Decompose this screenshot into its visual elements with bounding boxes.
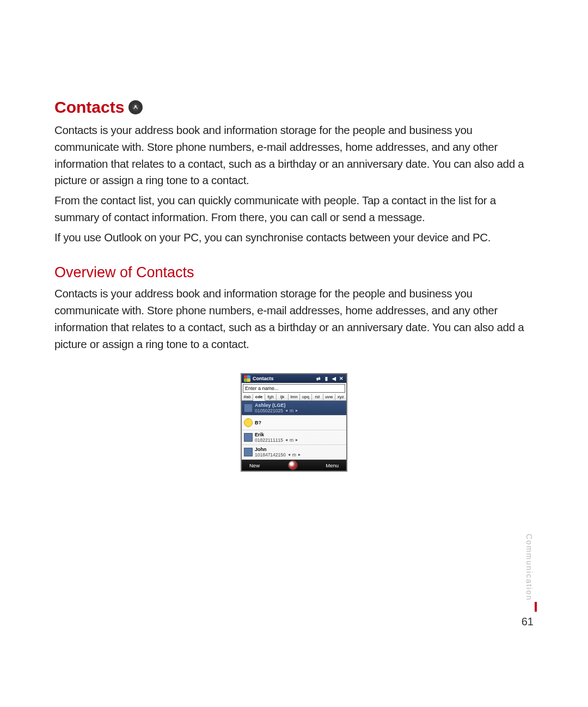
- subsection-title: Overview of Contacts: [54, 264, 534, 281]
- close-icon[interactable]: ✕: [339, 376, 344, 381]
- alpha-tab[interactable]: rst: [312, 394, 323, 400]
- alpha-tab[interactable]: ijk: [277, 394, 288, 400]
- window-titlebar: Contacts ⇄ ▮ ◀ ✕: [242, 374, 346, 383]
- alpha-tab[interactable]: xyz: [335, 394, 346, 400]
- alpha-tab[interactable]: cde: [253, 394, 265, 401]
- window-title: Contacts: [253, 376, 274, 381]
- softkey-bar: New Menu: [242, 460, 346, 471]
- contact-list: Ashley (LGE)01050221025 ◂ m ▸B?Erik01822…: [242, 401, 346, 460]
- contact-card-icon: [244, 433, 253, 442]
- section-title-text: Contacts: [54, 98, 124, 117]
- section-title: Contacts: [54, 98, 534, 117]
- search-input[interactable]: Enter a name...: [243, 384, 345, 393]
- messenger-icon: [244, 418, 253, 427]
- contact-row[interactable]: John101847142150 ◂ m ▸: [242, 445, 346, 460]
- contact-number: 101847142150 ◂ m ▸: [255, 453, 301, 458]
- alpha-tab[interactable]: opq: [300, 394, 311, 400]
- page-number: 61: [522, 615, 534, 628]
- intro-paragraph-1: Contacts is your address book and inform…: [54, 122, 534, 189]
- softkey-center-button[interactable]: [288, 460, 298, 470]
- contact-row[interactable]: Erik01822111115 ◂ m ▸: [242, 430, 346, 445]
- intro-paragraph-3: If you use Outlook on your PC, you can s…: [54, 229, 534, 246]
- contact-card-icon: [244, 404, 253, 412]
- chapter-side-label: Communication: [525, 534, 534, 601]
- device-screenshot: Contacts ⇄ ▮ ◀ ✕ Enter a name... #abcdef…: [241, 373, 347, 472]
- contact-number: 01822111115 ◂ m ▸: [255, 438, 298, 443]
- contact-row[interactable]: Ashley (LGE)01050221025 ◂ m ▸: [242, 401, 346, 416]
- signal-icon: ▮: [323, 376, 329, 381]
- alpha-tab[interactable]: fgh: [265, 394, 277, 400]
- contacts-app-icon: [128, 100, 143, 114]
- softkey-menu[interactable]: Menu: [326, 462, 339, 468]
- connectivity-icon: ⇄: [316, 376, 321, 381]
- alpha-tab[interactable]: lmn: [289, 394, 300, 400]
- start-icon[interactable]: [244, 375, 250, 382]
- softkey-new[interactable]: New: [249, 462, 260, 468]
- contact-name: B?: [255, 420, 261, 425]
- alpha-tab[interactable]: #ab: [242, 394, 253, 400]
- chapter-side-marker: [535, 602, 537, 612]
- contact-row[interactable]: B?: [242, 416, 346, 430]
- contact-card-icon: [244, 448, 253, 456]
- alpha-index-tabs: #abcdefghijklmnopqrstuvwxyz: [242, 394, 346, 401]
- contact-number: 01050221025 ◂ m ▸: [255, 409, 298, 413]
- svg-point-1: [134, 105, 137, 107]
- intro-paragraph-2: From the contact list, you can quickly c…: [54, 192, 534, 226]
- alpha-tab[interactable]: uvw: [323, 394, 335, 400]
- volume-icon: ◀: [331, 376, 336, 381]
- subsection-paragraph: Contacts is your address book and inform…: [54, 285, 534, 352]
